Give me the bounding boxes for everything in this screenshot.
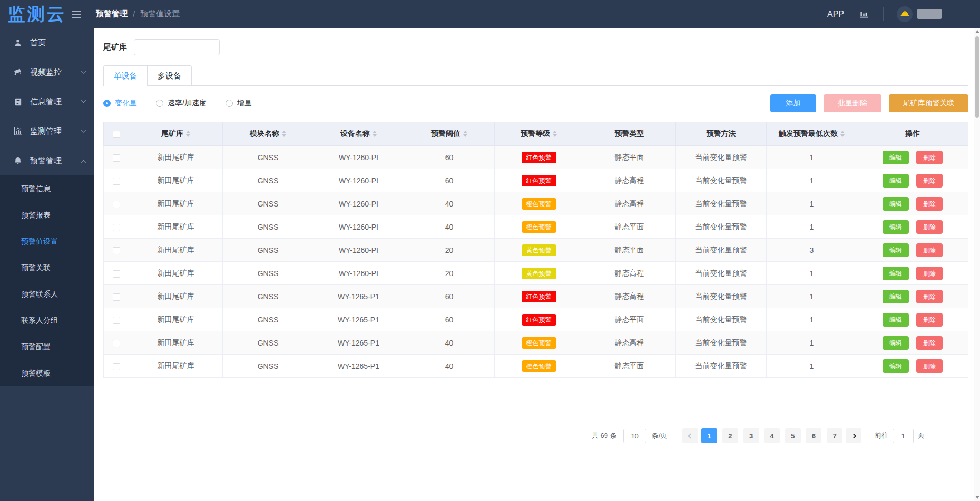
edit-button[interactable]: 编辑 — [883, 243, 909, 257]
sort-icon[interactable] — [840, 131, 845, 137]
edit-button[interactable]: 编辑 — [883, 197, 909, 211]
row-checkbox[interactable] — [113, 340, 120, 347]
batch-delete-button[interactable]: 批量删除 — [824, 94, 881, 112]
delete-button[interactable]: 删除 — [916, 290, 943, 303]
vertical-scrollbar[interactable] — [974, 28, 980, 501]
edit-button[interactable]: 编辑 — [883, 151, 909, 164]
edit-button[interactable]: 编辑 — [883, 174, 909, 188]
sidebar-item-monitor[interactable]: 监测管理 — [0, 116, 94, 146]
submenu-item[interactable]: 预警模板 — [0, 360, 94, 386]
row-checkbox[interactable] — [113, 154, 120, 162]
sidebar-item-info[interactable]: 信息管理 — [0, 87, 94, 116]
tailings-filter-input[interactable] — [134, 39, 220, 55]
radio-change-amount[interactable]: 变化量 — [103, 99, 137, 108]
bar-chart-icon[interactable] — [859, 8, 870, 19]
tab-multi-device[interactable]: 多设备 — [148, 65, 192, 85]
cell-method: 当前变化量预警 — [676, 239, 767, 262]
cell-threshold: 40 — [404, 215, 495, 239]
row-checkbox[interactable] — [113, 178, 120, 185]
cell-min-count: 3 — [767, 239, 857, 262]
delete-button[interactable]: 删除 — [916, 359, 943, 373]
sort-icon[interactable] — [463, 131, 467, 137]
hamburger-icon[interactable] — [72, 11, 81, 18]
row-checkbox[interactable] — [113, 270, 120, 278]
cell-tailings: 新田尾矿库 — [129, 355, 223, 378]
edit-button[interactable]: 编辑 — [883, 290, 909, 303]
col-min-count[interactable]: 触发预警最低次数 — [767, 122, 857, 146]
edit-button[interactable]: 编辑 — [883, 336, 909, 350]
edit-button[interactable]: 编辑 — [883, 359, 909, 373]
row-checkbox[interactable] — [113, 224, 120, 231]
table-row: 新田尾矿库 GNSS WY-1260-PI 60 红色预警 静态平面 当前变化量… — [104, 146, 968, 169]
sidebar-item-warning[interactable]: 预警管理 — [0, 146, 94, 175]
sidebar-item-home[interactable]: 首页 — [0, 28, 94, 57]
submenu-item[interactable]: 预警值设置 — [0, 228, 94, 254]
warning-level-badge: 橙色预警 — [522, 337, 556, 349]
col-device[interactable]: 设备名称 — [313, 122, 404, 146]
submenu-item[interactable]: 预警联系人 — [0, 281, 94, 307]
scroll-down-icon[interactable] — [975, 496, 979, 499]
radio-rate-acceleration[interactable]: 速率/加速度 — [156, 99, 207, 108]
row-checkbox[interactable] — [113, 363, 120, 370]
edit-button[interactable]: 编辑 — [883, 313, 909, 327]
radio-increment[interactable]: 增量 — [226, 99, 252, 108]
delete-button[interactable]: 删除 — [916, 243, 943, 257]
page-button[interactable]: 5 — [785, 428, 801, 443]
submenu-item[interactable]: 预警配置 — [0, 333, 94, 360]
main-content: 尾矿库 单设备 多设备 变化量 速率/加速度 增量 添加 批量删除 尾矿库预警关… — [94, 28, 980, 501]
col-module[interactable]: 模块名称 — [223, 122, 313, 146]
sidebar-item-video[interactable]: 视频监控 — [0, 57, 94, 87]
edit-button[interactable]: 编辑 — [883, 267, 909, 280]
sort-icon[interactable] — [282, 131, 286, 137]
submenu-item[interactable]: 预警关联 — [0, 254, 94, 281]
sort-icon[interactable] — [186, 131, 190, 137]
row-checkbox[interactable] — [113, 317, 120, 324]
page-button[interactable]: 6 — [806, 428, 821, 443]
goto-page-input[interactable] — [893, 429, 914, 443]
col-level[interactable]: 预警等级 — [495, 122, 583, 146]
prev-page-button[interactable] — [682, 428, 698, 443]
add-button[interactable]: 添加 — [770, 94, 816, 112]
page-button[interactable]: 4 — [764, 428, 780, 443]
app-link[interactable]: APP — [827, 9, 844, 19]
sort-icon[interactable] — [553, 131, 557, 137]
tailings-warning-link-button[interactable]: 尾矿库预警关联 — [889, 94, 968, 112]
page-button[interactable]: 1 — [701, 428, 717, 443]
warning-level-badge: 橙色预警 — [522, 198, 556, 210]
sidebar-item-label: 信息管理 — [30, 97, 62, 107]
delete-button[interactable]: 删除 — [916, 336, 943, 350]
sort-icon[interactable] — [373, 131, 377, 137]
col-threshold[interactable]: 预警阈值 — [404, 122, 495, 146]
cell-tailings: 新田尾矿库 — [129, 285, 223, 308]
row-checkbox[interactable] — [113, 201, 120, 208]
scroll-up-icon[interactable] — [975, 30, 979, 33]
row-checkbox[interactable] — [113, 247, 120, 254]
radio-dot-icon — [226, 100, 233, 107]
next-page-button[interactable] — [846, 428, 861, 443]
cell-min-count: 1 — [767, 146, 857, 169]
page-button[interactable]: 2 — [722, 428, 738, 443]
warning-level-badge: 红色预警 — [522, 291, 556, 302]
delete-button[interactable]: 删除 — [916, 220, 943, 234]
delete-button[interactable]: 删除 — [916, 197, 943, 211]
submenu-item[interactable]: 联系人分组 — [0, 307, 94, 333]
avatar[interactable] — [897, 6, 913, 22]
col-tailings[interactable]: 尾矿库 — [129, 122, 223, 146]
delete-button[interactable]: 删除 — [916, 313, 943, 327]
delete-button[interactable]: 删除 — [916, 174, 943, 188]
delete-button[interactable]: 删除 — [916, 267, 943, 280]
row-checkbox[interactable] — [113, 293, 120, 301]
edit-button[interactable]: 编辑 — [883, 220, 909, 234]
page-size-input[interactable] — [623, 429, 646, 443]
breadcrumb-section[interactable]: 预警管理 — [96, 9, 128, 19]
page-button[interactable]: 3 — [743, 428, 759, 443]
submenu-item[interactable]: 预警报表 — [0, 202, 94, 228]
tab-single-device[interactable]: 单设备 — [103, 65, 148, 85]
scrollbar-thumb[interactable] — [975, 36, 979, 118]
select-all-checkbox[interactable] — [113, 131, 120, 138]
page-button[interactable]: 7 — [827, 428, 842, 443]
delete-button[interactable]: 删除 — [916, 151, 943, 164]
measure-radio-group: 变化量 速率/加速度 增量 — [103, 99, 271, 108]
cell-method: 当前变化量预警 — [676, 215, 767, 239]
submenu-item[interactable]: 预警信息 — [0, 175, 94, 202]
